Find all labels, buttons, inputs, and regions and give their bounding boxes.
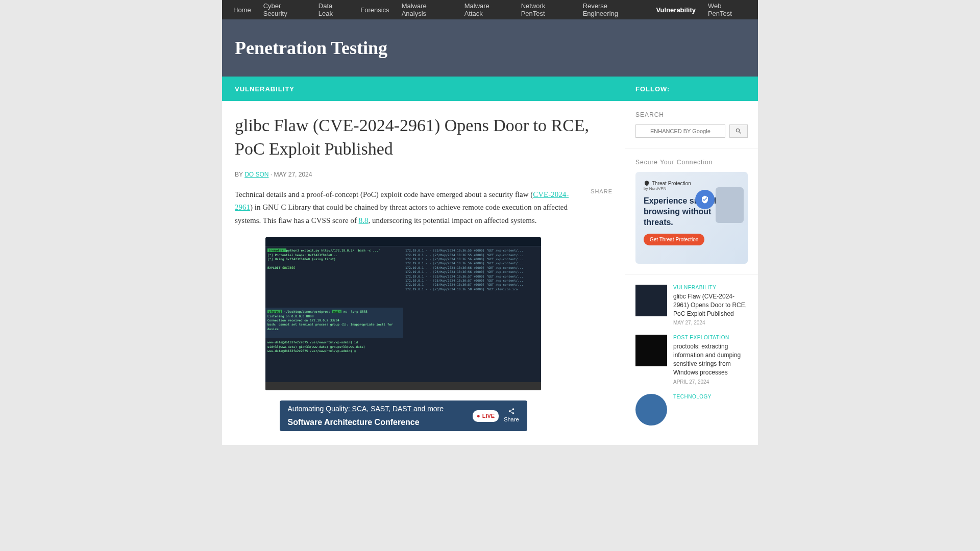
byline: BY DO SON · MAY 27, 2024: [235, 171, 612, 178]
category-label[interactable]: VULNERABILITY: [235, 85, 295, 93]
article-title: glibc Flaw (CVE-2024-2961) Opens Door to…: [235, 114, 612, 161]
top-nav: Home Cyber Security Data Leak Forensics …: [222, 0, 758, 19]
video-subtitle: Software Architecture Conference: [288, 415, 444, 429]
ad-cta-button[interactable]: Get Threat Protection: [644, 234, 704, 245]
post-thumb: [635, 285, 667, 316]
nav-network-pentest[interactable]: Network PenTest: [515, 0, 577, 22]
article-text: Technical details and a proof-of-concept…: [235, 188, 572, 432]
nav-malware-analysis[interactable]: Malware Analysis: [396, 0, 458, 22]
search-title: SEARCH: [635, 111, 748, 118]
body-text: Technical details and a proof-of-concept…: [235, 190, 533, 198]
ad-link[interactable]: Threat Protection by NordVPN Experience …: [635, 172, 748, 264]
article: glibc Flaw (CVE-2024-2961) Opens Door to…: [222, 101, 625, 444]
sidebar: FOLLOW: SEARCH Secure Your Connection: [625, 77, 758, 445]
video-embed[interactable]: Automating Quality: SCA, SAST, DAST and …: [280, 400, 527, 431]
ad-person-image: [716, 187, 744, 223]
site-header: Penetration Testing: [222, 19, 758, 77]
share-icon: [507, 408, 516, 415]
ad-brand: Threat Protection: [644, 180, 740, 186]
post-date: APRIL 27, 2024: [673, 379, 748, 385]
search-input[interactable]: [635, 124, 725, 138]
post-category[interactable]: POST EXPLOITATION: [673, 335, 748, 340]
post-item[interactable]: VULNERABILITY glibc Flaw (CVE-2024-2961)…: [635, 285, 748, 325]
secure-title: Secure Your Connection: [635, 159, 748, 166]
post-category[interactable]: VULNERABILITY: [673, 285, 748, 290]
nav-malware-attack[interactable]: Malware Attack: [458, 0, 515, 22]
cvss-score-link[interactable]: 8.8: [359, 216, 369, 224]
recent-posts-widget: VULNERABILITY glibc Flaw (CVE-2024-2961)…: [625, 274, 758, 445]
post-date: MAY 27, 2024: [673, 320, 748, 325]
byline-separator: ·: [271, 171, 272, 178]
video-share-label: Share: [504, 415, 519, 424]
search-icon: [735, 128, 742, 135]
body-text: , underscoring its potential impact on a…: [368, 216, 536, 224]
nav-cyber-security[interactable]: Cyber Security: [257, 0, 312, 22]
live-badge: LIVE: [473, 410, 499, 422]
post-item[interactable]: TECHNOLOGY: [635, 394, 748, 425]
site-title[interactable]: Penetration Testing: [235, 37, 745, 59]
author-link[interactable]: DO SON: [244, 171, 268, 178]
video-title[interactable]: Automating Quality: SCA, SAST, DAST and …: [288, 403, 444, 415]
post-title-link[interactable]: glibc Flaw (CVE-2024-2961) Opens Door to…: [673, 292, 748, 318]
post-thumb: [635, 335, 667, 366]
terminal-screenshot: (remote) python3 exploit.py http://172.1…: [265, 237, 541, 390]
shield-badge: [695, 190, 715, 209]
nav-web-pentest[interactable]: Web PenTest: [702, 0, 753, 22]
search-widget: SEARCH: [625, 101, 758, 148]
ad-card: Threat Protection by NordVPN Experience …: [635, 172, 748, 264]
secure-widget: Secure Your Connection Threat Protection…: [625, 148, 758, 274]
follow-bar: FOLLOW:: [625, 77, 758, 101]
post-item[interactable]: POST EXPLOITATION proctools: extracting …: [635, 335, 748, 384]
post-category[interactable]: TECHNOLOGY: [673, 394, 748, 399]
nav-vulnerability[interactable]: Vulnerability: [650, 1, 702, 19]
post-title-link[interactable]: proctools: extracting information and du…: [673, 342, 748, 377]
video-share-button[interactable]: Share: [504, 408, 519, 424]
nav-data-leak[interactable]: Data Leak: [312, 0, 354, 22]
follow-label: FOLLOW:: [635, 85, 670, 93]
article-date: MAY 27, 2024: [274, 171, 312, 178]
shield-check-icon: [700, 195, 709, 204]
category-bar: VULNERABILITY: [222, 77, 625, 101]
search-button[interactable]: [729, 124, 748, 138]
by-label: BY: [235, 171, 243, 178]
share-column: SHARE: [582, 188, 612, 432]
post-thumb: [635, 394, 667, 425]
nav-reverse-engineering[interactable]: Reverse Engineering: [577, 0, 650, 22]
nav-forensics[interactable]: Forensics: [354, 1, 395, 19]
main-column: VULNERABILITY glibc Flaw (CVE-2024-2961)…: [222, 77, 625, 445]
shield-icon: [644, 180, 650, 186]
nav-home[interactable]: Home: [227, 1, 257, 19]
share-label: SHARE: [591, 188, 612, 194]
